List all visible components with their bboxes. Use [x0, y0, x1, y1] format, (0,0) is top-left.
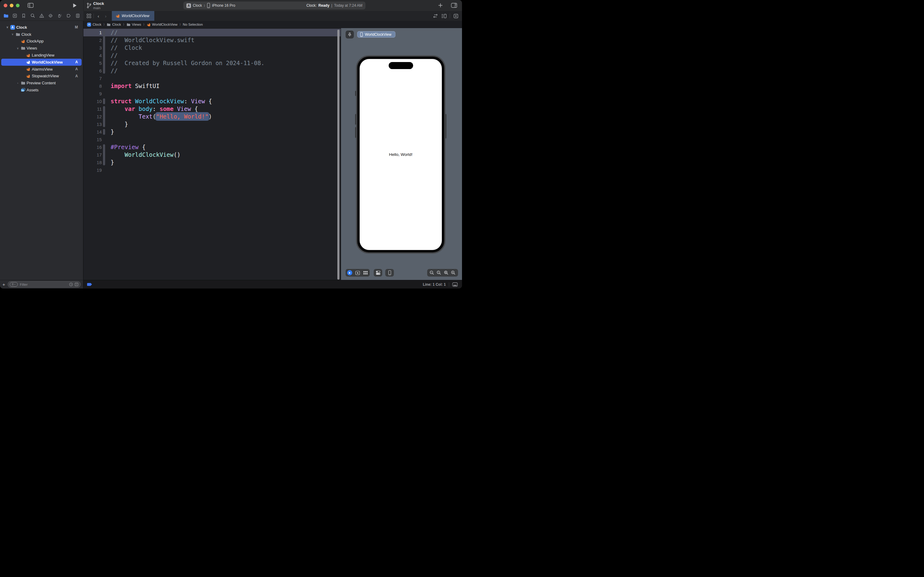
minimize-window-button[interactable] — [10, 4, 13, 7]
line-col-indicator[interactable]: Line: 1 Col: 1 — [423, 282, 446, 287]
line-number[interactable]: 18 — [84, 159, 102, 166]
tab-worldclockview[interactable]: WorldClockView — [112, 11, 154, 21]
line-number[interactable]: 12 — [84, 113, 102, 121]
zoom-fit-button[interactable] — [444, 270, 449, 276]
code-fold-ribbon[interactable] — [103, 98, 105, 104]
filter-field[interactable] — [8, 281, 80, 288]
zoom-window-button[interactable] — [16, 4, 19, 7]
code-token: some — [159, 105, 177, 112]
code-editor[interactable]: 1//2// WorldClockView.swift3// Clock4//5… — [84, 28, 341, 280]
sidebar-item-worldclockview[interactable]: WorldClockViewA — [1, 59, 82, 66]
sidebar-item-assets[interactable]: Assets — [1, 87, 82, 93]
code-fold-ribbon[interactable] — [103, 106, 105, 127]
navigator-tab-debug[interactable] — [56, 13, 63, 19]
swap-editor-icon[interactable] — [432, 12, 439, 19]
code-line-15: 15 — [84, 136, 341, 143]
navigator-tab-source-control-changes[interactable] — [11, 13, 18, 19]
navigator-tab-bookmarks[interactable] — [21, 13, 27, 19]
folder-icon — [14, 32, 21, 37]
sidebar-item-alarmsview[interactable]: AlarmsViewA — [1, 66, 82, 73]
disclosure-down-icon[interactable]: ∨ — [16, 47, 20, 50]
breadcrumb-folder-views[interactable]: Views — [127, 23, 141, 27]
activity-status-pill[interactable]: A Clock ⟩ iPhone 16 Pro Clock: Ready | T… — [184, 2, 365, 10]
line-number[interactable]: 2 — [84, 36, 102, 44]
line-number[interactable]: 14 — [84, 128, 102, 136]
toggle-left-sidebar-icon[interactable] — [27, 3, 34, 8]
breadcrumb-folder-clock[interactable]: Clock — [107, 23, 121, 27]
preview-target-pill[interactable]: WorldClockView — [357, 31, 395, 38]
scheme-name[interactable]: Clock — [93, 1, 104, 6]
breakpoints-indicator[interactable] — [87, 283, 92, 286]
pin-preview-button[interactable] — [346, 31, 354, 39]
code-fold-ribbon[interactable] — [103, 144, 105, 165]
line-number[interactable]: 19 — [84, 166, 102, 174]
go-back-button[interactable]: ‹ — [95, 12, 102, 19]
navigator-tab-tests[interactable] — [47, 13, 54, 19]
variants-mode-button[interactable] — [361, 269, 369, 277]
disclosure-right-icon[interactable]: › — [16, 82, 20, 85]
add-editor-icon[interactable] — [452, 12, 460, 19]
filter-options-icon[interactable] — [10, 282, 18, 287]
navigator-tab-find[interactable] — [29, 13, 36, 19]
line-number[interactable]: 6 — [84, 67, 102, 74]
zoom-in-button[interactable] — [451, 270, 456, 276]
device-settings-button[interactable] — [374, 269, 382, 277]
navigator-tab-project[interactable] — [2, 13, 9, 19]
toggle-right-sidebar-icon[interactable] — [451, 3, 457, 8]
add-button[interactable] — [438, 3, 443, 8]
zoom-100-button[interactable]: 1 — [436, 270, 441, 276]
preview-device-button[interactable] — [385, 269, 394, 277]
bottom-bar-toggle-icon[interactable] — [452, 282, 458, 287]
navigator-tab-reports[interactable] — [74, 13, 81, 19]
disclosure-down-icon[interactable]: ∨ — [10, 33, 14, 36]
line-number[interactable]: 11 — [84, 105, 102, 113]
go-forward-button[interactable]: › — [102, 12, 109, 19]
line-number[interactable]: 10 — [84, 97, 102, 105]
navigator-tab-issues[interactable] — [39, 13, 45, 19]
breadcrumb-selection[interactable]: No Selection — [183, 23, 203, 26]
line-number[interactable]: 5 — [84, 59, 102, 67]
swift-icon — [20, 39, 26, 44]
recent-files-icon[interactable] — [69, 282, 73, 286]
breadcrumb-file[interactable]: WorldClockView — [146, 23, 177, 27]
selectable-mode-button[interactable] — [354, 269, 361, 277]
line-number[interactable]: 7 — [84, 74, 102, 82]
disclosure-down-icon[interactable]: ∨ — [5, 26, 10, 29]
sidebar-item-preview-content[interactable]: ›Preview Content — [1, 79, 82, 87]
close-window-button[interactable] — [4, 4, 7, 7]
line-number[interactable]: 4 — [84, 52, 102, 59]
line-number[interactable]: 9 — [84, 90, 102, 97]
breadcrumb-project[interactable]: A Clock — [87, 23, 101, 27]
source-control-badge: A — [75, 60, 78, 64]
line-number[interactable]: 3 — [84, 44, 102, 52]
line-number[interactable]: 16 — [84, 143, 102, 151]
sidebar-item-clock[interactable]: ∨AClockM — [1, 24, 82, 31]
line-number[interactable]: 8 — [84, 82, 102, 90]
editor-options-icon[interactable] — [440, 12, 448, 19]
code-line-3: 3// Clock — [84, 44, 341, 52]
sidebar-item-landingview[interactable]: LandingView — [1, 52, 82, 59]
source-control-filter-icon[interactable] — [74, 282, 79, 286]
sidebar-item-views[interactable]: ∨Views — [1, 45, 82, 52]
line-number[interactable]: 15 — [84, 136, 102, 143]
editor-scrollbar[interactable] — [337, 30, 340, 280]
line-number[interactable]: 1 — [84, 29, 102, 36]
line-number[interactable]: 13 — [84, 121, 102, 128]
run-button[interactable] — [73, 3, 77, 8]
related-items-icon[interactable] — [85, 12, 93, 19]
code-fold-ribbon[interactable] — [103, 30, 105, 74]
preview-zoom-group: 1 — [427, 269, 458, 277]
zoom-out-button[interactable] — [429, 270, 435, 276]
run-destination[interactable]: A Clock ⟩ iPhone 16 Pro — [187, 3, 235, 8]
line-number[interactable]: 17 — [84, 151, 102, 159]
live-preview-button[interactable] — [346, 269, 354, 277]
navigator-tab-breakpoints[interactable] — [65, 13, 72, 19]
sidebar-item-clockapp[interactable]: ClockApp — [1, 38, 82, 45]
code-fold-ribbon[interactable] — [103, 129, 105, 135]
preview-screen[interactable]: Hello, World! — [360, 59, 442, 250]
add-file-button[interactable]: + — [0, 282, 8, 287]
filter-input[interactable] — [19, 282, 68, 287]
code-line-2: 2// WorldClockView.swift — [84, 36, 341, 44]
sidebar-item-stopwatchview[interactable]: StopwatchViewA — [1, 73, 82, 80]
sidebar-item-clock[interactable]: ∨Clock — [1, 31, 82, 38]
